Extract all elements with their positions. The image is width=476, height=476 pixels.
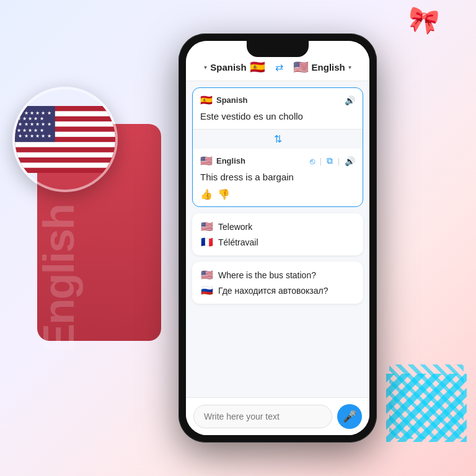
- feedback-row: 👍 👎: [200, 188, 355, 200]
- target-translated-text: This dress is a bargain: [200, 170, 355, 183]
- thumbs-down-btn[interactable]: 👎: [218, 188, 230, 200]
- source-flag-emoji: 🇪🇸: [250, 60, 265, 74]
- source-section: 🇪🇸 Spanish 🔊 Este vestido es un chollo: [193, 88, 363, 130]
- phone-frame: ▾ Spanish 🇪🇸 ⇄ 🇺🇸 English ▾: [178, 33, 377, 443]
- history-row-source-0: 🇺🇸 Telework: [201, 221, 355, 232]
- target-card-lang: English: [216, 156, 245, 165]
- svg-rect-5: [15, 152, 115, 157]
- svg-text:★ ★ ★ ★ ★ ★: ★ ★ ★ ★ ★ ★: [18, 133, 51, 139]
- thumbs-up-btn[interactable]: 👍: [200, 188, 213, 200]
- cyan-stripes: [386, 374, 467, 442]
- source-lang-arrow: ▾: [204, 64, 207, 71]
- target-section: 🇺🇸 English ⎋ | ⧉ | 🔊 This dress: [193, 149, 363, 206]
- svg-rect-6: [15, 162, 115, 167]
- mic-icon: 🎤: [343, 410, 356, 423]
- svg-rect-4: [15, 142, 115, 147]
- target-card-flag: 🇺🇸: [200, 155, 213, 167]
- swap-languages-icon[interactable]: ⇄: [275, 61, 283, 73]
- target-lang-name: English: [312, 62, 345, 73]
- history-source-flag-1: 🇺🇸: [201, 269, 213, 281]
- source-card-lang: Spanish: [216, 95, 248, 105]
- source-lang-label: 🇪🇸 Spanish: [200, 94, 248, 106]
- svg-text:★ ★ ★ ★ ★: ★ ★ ★ ★ ★: [17, 116, 44, 121]
- copy-btn[interactable]: ⧉: [327, 156, 333, 166]
- source-translated-text: Este vestido es un chollo: [200, 110, 355, 123]
- history-source-flag-0: 🇺🇸: [201, 221, 213, 232]
- source-lang-name: Spanish: [210, 62, 246, 73]
- history-source-text-0: Telework: [218, 222, 252, 232]
- history-target-text-1: Где находится автовокзал?: [218, 286, 328, 296]
- target-lang-selector[interactable]: 🇺🇸 English ▾: [293, 60, 351, 74]
- phone-notch: [247, 41, 309, 57]
- watermark-text: English: [34, 205, 84, 353]
- history-source-text-1: Where is the bus station?: [218, 270, 316, 280]
- sep1: |: [320, 157, 322, 165]
- history-row-target-0: 🇫🇷 Télétravail: [201, 236, 355, 248]
- target-lang-label: 🇺🇸 English: [200, 155, 245, 167]
- history-target-flag-1: 🇷🇺: [201, 284, 213, 296]
- target-action-icons: ⎋ | ⧉ | 🔊: [310, 156, 355, 166]
- svg-text:★ ★ ★ ★ ★ ★: ★ ★ ★ ★ ★ ★: [18, 110, 51, 116]
- svg-rect-15: [386, 374, 467, 442]
- phone-wrapper: ▾ Spanish 🇪🇸 ⇄ 🇺🇸 English ▾: [178, 33, 377, 443]
- swap-row: ⇅: [193, 130, 363, 149]
- content-scroll-area[interactable]: 🇪🇸 Spanish 🔊 Este vestido es un chollo ⇅: [186, 81, 369, 397]
- history-item-1[interactable]: 🇺🇸 Where is the bus station? 🇷🇺 Где нахо…: [192, 262, 363, 304]
- history-item-0[interactable]: 🇺🇸 Telework 🇫🇷 Télétravail: [192, 213, 363, 255]
- source-card-flag: 🇪🇸: [200, 94, 213, 106]
- target-lang-arrow: ▾: [348, 64, 351, 71]
- history-target-flag-0: 🇫🇷: [201, 236, 213, 248]
- target-lang-row: 🇺🇸 English ⎋ | ⧉ | 🔊: [200, 155, 355, 167]
- mic-button[interactable]: 🎤: [337, 404, 362, 429]
- source-lang-row: 🇪🇸 Spanish 🔊: [200, 94, 355, 106]
- target-audio-btn[interactable]: 🔊: [345, 156, 355, 166]
- source-audio-btn[interactable]: 🔊: [345, 95, 355, 105]
- phone-screen: ▾ Spanish 🇪🇸 ⇄ 🇺🇸 English ▾: [186, 41, 369, 435]
- source-lang-selector[interactable]: ▾ Spanish 🇪🇸: [204, 60, 265, 74]
- sep2: |: [338, 157, 340, 165]
- target-flag-emoji: 🇺🇸: [293, 60, 309, 74]
- history-target-text-0: Télétravail: [218, 237, 258, 247]
- history-row-target-1: 🇷🇺 Где находится автовокзал?: [201, 284, 355, 296]
- translation-card: 🇪🇸 Spanish 🔊 Este vestido es un chollo ⇅: [192, 87, 363, 207]
- flag-circle: ★ ★ ★ ★ ★ ★ ★ ★ ★ ★ ★ ★ ★ ★ ★ ★ ★ ★ ★ ★ …: [12, 87, 118, 192]
- svg-text:★ ★ ★ ★ ★: ★ ★ ★ ★ ★: [17, 128, 44, 133]
- history-row-source-1: 🇺🇸 Where is the bus station?: [201, 269, 355, 281]
- text-input[interactable]: [193, 405, 332, 428]
- svg-text:★ ★ ★ ★ ★ ★: ★ ★ ★ ★ ★ ★: [18, 121, 51, 127]
- share-btn[interactable]: ⎋: [310, 156, 315, 166]
- bow-decoration: 🎀: [405, 4, 441, 38]
- input-bar: 🎤: [186, 397, 369, 435]
- swap-arrows-icon[interactable]: ⇅: [274, 133, 282, 145]
